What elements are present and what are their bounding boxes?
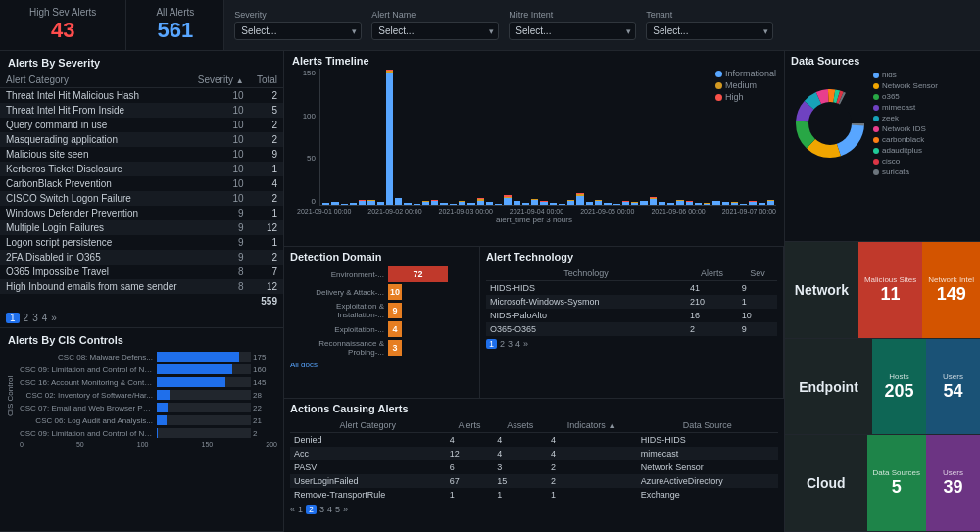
- hosts-value: 205: [884, 381, 913, 402]
- total-cell: 7: [250, 265, 283, 279]
- cis-bar-label: CSC 07: Email and Web Browser Protection…: [20, 404, 157, 412]
- dd-label: Exploitation & Installation-...: [290, 302, 388, 319]
- at-page-2[interactable]: 2: [500, 339, 505, 349]
- timeline-chart-area: [319, 69, 776, 206]
- severity-page-4[interactable]: 4: [42, 313, 48, 323]
- actions-cell-2: 4: [493, 447, 547, 460]
- timeline-bar-group: [350, 69, 357, 205]
- col-alert-category: Alert Category: [0, 73, 190, 88]
- bar-info: [540, 202, 547, 205]
- data-sources-content: hidsNetwork Sensoro365mimecastzeekNetwor…: [791, 71, 974, 176]
- alert-tech-row: HIDS-HIDS419: [486, 281, 777, 296]
- tenant-select-wrapper[interactable]: Select...: [646, 22, 773, 40]
- actions-section: Actions Causing Alerts Alert CategoryAle…: [284, 399, 784, 532]
- timeline-y-label: 50: [292, 154, 316, 163]
- hosts-label: Hosts: [889, 372, 908, 381]
- bar-info: [722, 202, 729, 205]
- cis-bar-label: CSC 16: Account Monitoring & Contr...: [20, 378, 157, 387]
- actions-page-3[interactable]: 3: [319, 505, 324, 514]
- endpoint-tile-main[interactable]: Endpoint: [785, 339, 872, 435]
- legend-dot: [715, 82, 722, 89]
- network-tile-main[interactable]: Network: [785, 242, 858, 338]
- actions-page-2[interactable]: 2: [306, 505, 317, 514]
- bar-info: [386, 73, 393, 205]
- cloud-data-sources-tile[interactable]: Data Sources 5: [867, 435, 926, 531]
- hosts-tile[interactable]: Hosts 205: [872, 339, 926, 435]
- actions-pagination[interactable]: «12345»: [290, 502, 778, 517]
- bar-info: [704, 204, 710, 205]
- severity-select[interactable]: Select...: [234, 22, 362, 40]
- severity-page-1[interactable]: 1: [6, 313, 20, 323]
- timeline-bar-group: [322, 69, 329, 205]
- bar-info: [759, 203, 765, 205]
- actions-page-5[interactable]: 5: [335, 505, 340, 514]
- cis-bar-row: CSC 02: Inventory of Software/Har... 28: [20, 390, 277, 400]
- cis-x-label: 0: [20, 441, 24, 448]
- at-cell-1: 41: [686, 281, 738, 296]
- mitre-select-wrapper[interactable]: Select...: [509, 22, 636, 40]
- at-page-4[interactable]: 4: [515, 339, 520, 349]
- severity-pagination[interactable]: 1234»: [0, 309, 283, 327]
- at-page-3[interactable]: 3: [508, 339, 513, 349]
- cis-bar-value: 160: [253, 365, 277, 374]
- severity-table-row: High Inbound emails from same sender812: [0, 279, 283, 294]
- actions-page-1[interactable]: 1: [298, 505, 303, 514]
- ds-legend-item: mimecast: [873, 103, 938, 112]
- timeline-bar-group: [667, 69, 674, 205]
- actions-col-3: Indicators ▲: [547, 418, 637, 433]
- cis-bar-label: CSC 02: Inventory of Software/Har...: [20, 391, 157, 400]
- actions-table-row: Denied444HIDS-HIDS: [290, 433, 778, 448]
- dd-bar-fill: 10: [388, 284, 402, 300]
- network-intel-value: 149: [937, 284, 966, 305]
- donut-chart: [791, 84, 869, 163]
- cloud-users-tile[interactable]: Users 39: [926, 435, 980, 531]
- at-page-»[interactable]: »: [523, 339, 528, 349]
- endpoint-users-tile[interactable]: Users 54: [926, 339, 980, 435]
- cis-bars-container: CSC 08: Malware Defens... 175 CSC 09: Li…: [20, 352, 277, 441]
- at-page-1[interactable]: 1: [486, 339, 497, 349]
- alert-name-select-wrapper[interactable]: Select...: [371, 22, 499, 40]
- bar-info: [559, 204, 565, 205]
- col-severity: Severity ▲: [190, 73, 250, 88]
- all-docs-link[interactable]: All docs: [290, 361, 473, 369]
- timeline-x-label: 2021-09-02 00:00: [368, 208, 421, 215]
- actions-page-4[interactable]: 4: [327, 505, 332, 514]
- ds-legend-item: adauditplus: [873, 146, 938, 155]
- severity-page-2[interactable]: 2: [24, 313, 29, 323]
- severity-page-3[interactable]: 3: [32, 313, 38, 323]
- bar-info: [522, 203, 529, 205]
- ds-dot: [873, 83, 879, 89]
- actions-page-6[interactable]: »: [343, 505, 348, 514]
- actions-page-0[interactable]: «: [290, 505, 295, 514]
- severity-table-row: Kerberos Ticket Disclosure101: [0, 162, 283, 176]
- ds-label: o365: [882, 92, 900, 101]
- tenant-select[interactable]: Select...: [646, 22, 773, 40]
- bar-info: [650, 199, 657, 205]
- actions-cell-3: 1: [547, 488, 637, 502]
- timeline-bar-group: [695, 69, 702, 205]
- ds-label: adauditplus: [882, 146, 922, 155]
- cloud-tile-main[interactable]: Cloud: [785, 435, 867, 531]
- bar-info: [414, 204, 420, 205]
- network-intel-tile[interactable]: Network Intel 149: [922, 242, 980, 338]
- malicious-sites-tile[interactable]: Malicious Sites 11: [858, 242, 922, 338]
- network-intel-label: Network Intel: [928, 275, 974, 284]
- timeline-x-label: 2021-09-04 00:00: [510, 208, 564, 215]
- total-cell: 12: [250, 279, 283, 294]
- tiles-container: Network Malicious Sites 11 Network Intel…: [785, 242, 980, 532]
- timeline-bar-group: [404, 69, 411, 205]
- actions-cell-2: 3: [493, 460, 547, 474]
- actions-table-row: UserLoginFailed67152AzureActiveDirectory: [290, 474, 778, 488]
- filter-bar: Severity Select... Alert Name Select... …: [224, 0, 980, 50]
- alert-name-select[interactable]: Select...: [371, 22, 499, 40]
- severity-page-»[interactable]: »: [51, 313, 57, 323]
- ds-label: carbonblack: [882, 135, 924, 144]
- mitre-select[interactable]: Select...: [509, 22, 636, 40]
- severity-select-wrapper[interactable]: Select...: [234, 22, 362, 40]
- dd-label: Exploitation-...: [290, 325, 388, 334]
- alert-tech-pagination[interactable]: 1234»: [486, 336, 777, 352]
- endpoint-users-label: Users: [943, 372, 963, 381]
- cis-bar-label: CSC 09: Limitation and Control of Networ…: [20, 429, 157, 438]
- bar-info: [749, 202, 756, 205]
- at-col-sev: Sev: [738, 266, 777, 281]
